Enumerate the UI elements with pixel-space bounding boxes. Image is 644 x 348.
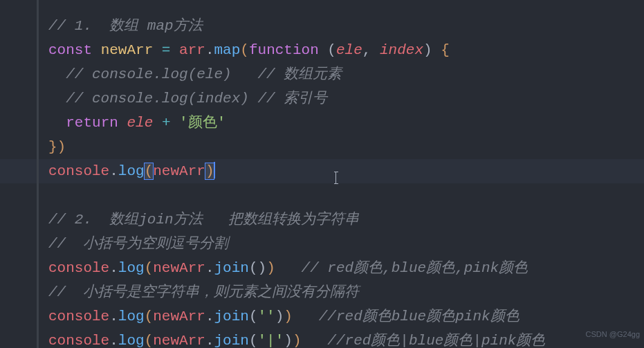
indent-guide bbox=[37, 0, 39, 348]
code-line: console.log(newArr.join('')) //red颜色blue… bbox=[48, 304, 644, 329]
comment: // 2. 数组join方法 把数组转换为字符串 bbox=[48, 212, 359, 228]
code-line: const newArr = arr.map(function (ele, in… bbox=[48, 38, 644, 62]
code-line-active: console.log(newArr) bbox=[0, 159, 644, 183]
comment: // 1. 数组 map方法 bbox=[48, 18, 203, 34]
code-line: // 小括号为空则逗号分割 bbox=[48, 232, 644, 256]
comment: // 小括号是空字符串，则元素之间没有分隔符 bbox=[48, 284, 359, 300]
code-line: // console.log(ele) // 数组元素 bbox=[48, 62, 644, 86]
watermark: CSDN @G24gg bbox=[586, 322, 640, 347]
code-line: console.log(newArr.join('|')) //red颜色|bl… bbox=[48, 329, 644, 348]
editor-cursor bbox=[214, 162, 215, 178]
code-editor[interactable]: // 1. 数组 map方法 const newArr = arr.map(fu… bbox=[0, 0, 644, 348]
code-line: // 1. 数组 map方法 bbox=[48, 14, 644, 38]
comment: // 小括号为空则逗号分割 bbox=[48, 236, 228, 252]
comment: // console.log(ele) // 数组元素 bbox=[48, 66, 342, 82]
code-line: }) bbox=[48, 135, 644, 159]
mouse-text-cursor-icon bbox=[335, 172, 336, 184]
comment: // console.log(index) // 索引号 bbox=[48, 91, 327, 107]
code-line: // 小括号是空字符串，则元素之间没有分隔符 bbox=[48, 280, 644, 304]
code-line: // 2. 数组join方法 把数组转换为字符串 bbox=[48, 208, 644, 232]
code-line: return ele + '颜色' bbox=[48, 111, 644, 135]
code-line: console.log(newArr.join()) // red颜色,blue… bbox=[48, 256, 644, 280]
code-line: // console.log(index) // 索引号 bbox=[48, 86, 644, 111]
code-line-blank bbox=[48, 183, 644, 208]
